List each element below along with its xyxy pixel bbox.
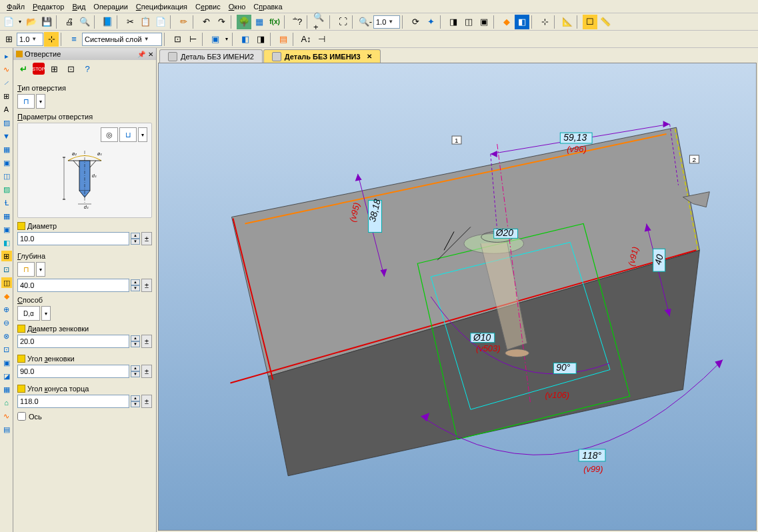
proj-button[interactable]: ▤ (276, 32, 291, 47)
axis2-button[interactable]: ⊢ (185, 32, 200, 47)
cut-button[interactable]: ✂ (123, 15, 137, 29)
lt-curve2-icon[interactable]: Ɫ (1, 197, 12, 208)
menu-service[interactable]: Сервис (191, 1, 225, 12)
preview-button[interactable]: 🔍 (77, 15, 92, 29)
snap-button[interactable]: ⊹ (537, 15, 552, 29)
lt-dim1-icon[interactable]: ⊞ (1, 251, 12, 261)
lt-house-icon[interactable]: ⌂ (1, 397, 12, 408)
help-button[interactable]: ? (80, 61, 95, 76)
tip-angle-spinner[interactable]: ▲▼ (131, 395, 140, 407)
grid-button[interactable]: ▦ (252, 15, 267, 29)
body-drop-icon[interactable]: ▾ (223, 32, 230, 47)
copy-button[interactable]: 📋 (138, 15, 153, 29)
plane-button[interactable]: ⊡ (170, 32, 185, 47)
rotate-button[interactable]: ⟳ (408, 15, 423, 29)
lt-mirror-icon[interactable]: ◪ (1, 371, 12, 381)
menu-spec[interactable]: Спецификация (132, 1, 191, 12)
brush-button[interactable]: ✏ (176, 15, 191, 29)
diameter-pm-button[interactable]: ± (141, 232, 152, 245)
snap-grid-button[interactable]: ⊞ (1, 32, 16, 47)
tree-button[interactable]: 🌳 (237, 15, 251, 29)
anchor-button[interactable]: ⊞ (47, 61, 61, 76)
apply-button[interactable]: ↵ (16, 61, 31, 76)
cs-diameter-spinner[interactable]: ▲▼ (131, 335, 140, 347)
help-cursor-button[interactable]: ꜙ? (290, 15, 305, 29)
lt-spline-icon[interactable]: ∿ (1, 411, 12, 421)
shade-button[interactable]: ▣ (477, 15, 491, 29)
menu-file[interactable]: Файл (3, 1, 29, 12)
axis-checkbox[interactable] (17, 412, 26, 421)
lt-block3-icon[interactable]: ◫ (1, 171, 12, 181)
lt-lib-icon[interactable]: ◆ (1, 291, 12, 301)
menu-window[interactable]: Окно (225, 1, 250, 12)
menu-editor[interactable]: Редактор (29, 1, 68, 12)
ruler-button[interactable]: 📏 (598, 15, 613, 29)
save-button[interactable]: 💾 (39, 15, 54, 29)
depth-pm-button[interactable]: ± (141, 279, 152, 292)
pin-icon[interactable]: 📌 (137, 51, 145, 58)
layer-icon[interactable]: ≡ (67, 32, 81, 47)
shade2-button[interactable]: ◧ (515, 15, 529, 29)
lt-text-icon[interactable]: A (1, 104, 12, 115)
lt-block2-icon[interactable]: ▣ (1, 157, 12, 168)
lt-cube2-icon[interactable]: ▦ (1, 211, 12, 221)
zoom-in-button[interactable]: 🔍+ (313, 15, 327, 29)
highlight-button[interactable]: ☐ (583, 15, 597, 29)
redo-button[interactable]: ↷ (214, 15, 229, 29)
tab-detail-1[interactable]: Деталь БЕЗ ИМЕНИ2 (159, 49, 263, 63)
menu-help[interactable]: Справка (249, 1, 286, 12)
cs-diameter-pm-button[interactable]: ± (141, 335, 152, 348)
zoom-fit-button[interactable]: ⛶ (335, 15, 350, 29)
hole-type-dropdown-icon[interactable]: ▾ (36, 94, 45, 109)
dim-button[interactable]: A↕ (299, 32, 313, 47)
wire-button[interactable]: ◫ (461, 15, 476, 29)
cs-angle-spinner[interactable]: ▲▼ (131, 365, 140, 377)
lt-cursor-icon[interactable]: ▸ (1, 51, 12, 61)
diameter-input[interactable] (17, 232, 129, 245)
iso-button[interactable]: ◨ (446, 15, 461, 29)
lt-hatch-icon[interactable]: ▨ (1, 117, 12, 128)
lt-array-icon[interactable]: ▦ (1, 384, 12, 395)
tip-angle-pm-button[interactable]: ± (141, 395, 152, 408)
measure-button[interactable]: 📐 (560, 15, 575, 29)
param-mode2-button[interactable]: ⊔ (119, 127, 137, 142)
lt-cube4-icon[interactable]: ◧ (1, 237, 12, 248)
param-mode1-button[interactable]: ◎ (101, 127, 118, 142)
axis-button[interactable]: ✦ (423, 15, 438, 29)
method-dropdown-icon[interactable]: ▾ (41, 306, 51, 321)
depth-spinner[interactable]: ▲▼ (131, 279, 140, 291)
param-mode-dropdown-icon[interactable]: ▾ (138, 127, 147, 142)
cs-angle-input[interactable] (17, 365, 129, 378)
lt-cube1-icon[interactable]: ▨ (1, 184, 12, 195)
diameter-spinner[interactable]: ▲▼ (131, 233, 140, 245)
fx-button[interactable]: f(x) (267, 15, 282, 29)
print-button[interactable]: 🖨 (62, 15, 77, 29)
lt-curve-icon[interactable]: ∿ (1, 64, 12, 75)
lt-line-icon[interactable]: ⟋ (1, 77, 12, 88)
lt-doc-icon[interactable]: ▤ (1, 424, 12, 435)
tip-angle-input[interactable] (17, 395, 129, 408)
menu-operations[interactable]: Операции (89, 1, 131, 12)
lt-op4-icon[interactable]: ⊡ (1, 344, 12, 355)
lt-op1-icon[interactable]: ⊕ (1, 304, 12, 315)
snap2-button[interactable]: ⊹ (44, 32, 59, 47)
hole-type-button[interactable]: ⊓ (17, 94, 35, 109)
view2-button[interactable]: ◨ (253, 32, 268, 47)
scale-select[interactable]: 1.0 (17, 33, 43, 46)
depth-mode-button[interactable]: ⊓ (17, 262, 35, 277)
lt-op2-icon[interactable]: ⊖ (1, 317, 12, 328)
lt-op3-icon[interactable]: ⊗ (1, 331, 12, 341)
depth-mode-dropdown-icon[interactable]: ▾ (36, 262, 45, 277)
layer-select[interactable]: Системный слой (82, 33, 162, 46)
stop-button[interactable]: STOP (33, 63, 45, 75)
region-button[interactable]: ⊡ (63, 61, 78, 76)
lt-filter-icon[interactable]: ▼ (1, 131, 12, 141)
library-button[interactable]: 📘 (100, 15, 115, 29)
new-button[interactable]: 📄 (1, 15, 16, 29)
viewport-3d[interactable]: 59,13 (v96) 38,18 (v95) Ø20 Ø10 (v503) (158, 63, 757, 531)
lt-block1-icon[interactable]: ▦ (1, 144, 12, 155)
close-panel-icon[interactable]: ✕ (148, 51, 153, 58)
zoom-out-button[interactable]: 🔍- (358, 15, 373, 29)
body-button[interactable]: ▣ (208, 32, 223, 47)
lt-cube3-icon[interactable]: ▣ (1, 224, 12, 235)
